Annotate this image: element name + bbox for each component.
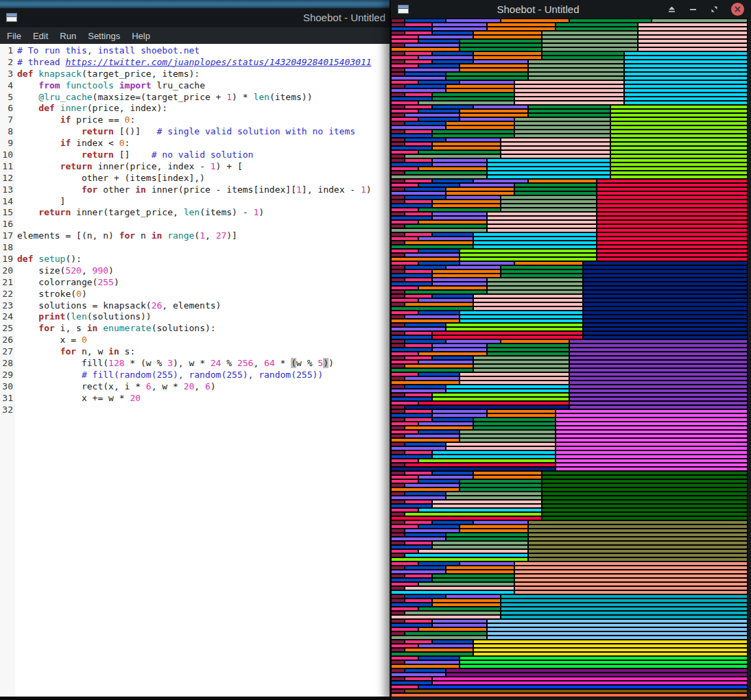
code-token (17, 323, 38, 333)
code-token (17, 184, 82, 195)
code-token: 20 (130, 393, 141, 403)
line-number: 11 (0, 161, 13, 173)
code-token: stroke( (17, 289, 76, 299)
code-token: )] (226, 230, 237, 241)
code-token: 128 (108, 358, 124, 368)
line-number: 22 (0, 289, 13, 300)
window-controls (667, 3, 744, 16)
code-token: , elements) (162, 300, 221, 311)
code-token (17, 80, 38, 90)
editor-titlebar[interactable]: Shoebot - Untitled (0, 8, 390, 27)
line-number: 6 (0, 103, 13, 114)
code-token: lru_cache (152, 80, 205, 90)
minimize-button[interactable] (689, 5, 698, 14)
menu-item-settings[interactable]: Settings (88, 31, 120, 41)
output-titlebar[interactable]: Shoebot - Untitled (391, 0, 751, 19)
maximize-button[interactable] (710, 5, 719, 14)
code-line: # fill(random(255), random(255), random(… (17, 370, 372, 381)
code-token: (solutions)) (87, 311, 152, 322)
code-token: rect(x, i * (17, 381, 146, 391)
code-token: 1 (200, 230, 205, 241)
code-token (17, 103, 38, 113)
line-number: 19 (0, 254, 13, 265)
shoebot-output-canvas (391, 19, 748, 697)
menu-item-edit[interactable]: Edit (33, 31, 48, 41)
code-token: x += w * (17, 393, 130, 403)
code-token: 990 (93, 265, 108, 276)
code-token: ) * (232, 92, 253, 102)
code-token: ], index - (302, 184, 361, 195)
code-token: in (135, 184, 146, 195)
code-line: from functools import lru_cache (17, 80, 372, 92)
menu-item-file[interactable]: File (7, 31, 21, 41)
code-token: price == (71, 114, 124, 125)
code-token: for (60, 346, 76, 357)
code-line: return [] # no valid solution (17, 149, 372, 161)
line-number: 24 (0, 311, 13, 323)
code-token: import (119, 80, 152, 90)
code-token: ), w * (173, 358, 211, 368)
code-token: 5 (318, 358, 323, 368)
shade-button[interactable] (667, 5, 676, 14)
line-number: 32 (0, 405, 13, 416)
code-token (17, 114, 60, 125)
code-token: ) (323, 358, 329, 368)
code-line: stroke(0) (17, 289, 372, 300)
code-token (17, 346, 60, 357)
menu-item-run[interactable]: Run (60, 31, 76, 41)
line-number: 13 (0, 184, 13, 196)
code-token: other + (items[index],) (17, 173, 205, 183)
code-line: @lru_cache(maxsize=(target_price + 1) * … (17, 92, 372, 104)
code-token: 20 (184, 381, 195, 391)
line-number: 16 (0, 219, 13, 230)
code-line: colorrange(255) (17, 277, 372, 289)
close-icon (734, 5, 741, 13)
close-button[interactable] (731, 3, 744, 16)
code-token: * (275, 358, 291, 368)
code-editor[interactable]: 1234567891011121314151617181920212223242… (0, 44, 390, 697)
output-window-title: Shoebot - Untitled (409, 3, 667, 15)
line-number: 23 (0, 300, 13, 312)
code-token (17, 149, 82, 160)
line-number: 25 (0, 323, 13, 335)
code-token: 1 (361, 184, 366, 195)
code-line: if index < 0: (17, 138, 372, 149)
code-line: def setup(): (17, 254, 372, 265)
code-line: x = 0 (17, 335, 372, 346)
line-number: 18 (0, 242, 13, 254)
code-token: ) (114, 277, 119, 287)
code-token: colorrange( (17, 277, 97, 287)
code-line: x += w * 20 (17, 393, 372, 405)
code-token: solutions = knapsack( (17, 300, 152, 311)
code-token: def (17, 69, 33, 79)
line-number: 8 (0, 126, 13, 138)
line-number: 15 (0, 207, 13, 219)
code-token: return (82, 126, 114, 136)
line-number: 20 (0, 265, 13, 277)
line-number: 12 (0, 173, 13, 184)
code-token (17, 311, 38, 322)
code-token: , (194, 381, 205, 391)
code-token: from (38, 80, 60, 90)
code-token: 24 (211, 358, 222, 368)
code-token: 6 (205, 381, 211, 391)
code-token: ] (17, 196, 65, 206)
menu-item-help[interactable]: Help (132, 31, 150, 41)
code-token: (): (65, 254, 81, 264)
code-token: 0 (76, 289, 82, 299)
code-token: def (17, 254, 33, 264)
code-token: @lru_cache (38, 92, 92, 102)
code-token: fill( (17, 358, 108, 368)
code-line: size(520, 990) (17, 265, 372, 277)
code-token: len (184, 207, 200, 217)
code-text[interactable]: # To run this, install shoebot.net# thre… (15, 44, 372, 697)
line-number: 21 (0, 277, 13, 289)
code-token: 27 (216, 230, 227, 241)
code-line: if price == 0: (17, 114, 372, 126)
code-token: other (97, 184, 135, 195)
line-number: 28 (0, 358, 13, 370)
line-number: 14 (0, 196, 13, 208)
code-line: fill(128 * (w % 3), w * 24 % 256, 64 * (… (17, 358, 372, 370)
code-line: solutions = knapsack(26, elements) (17, 300, 372, 312)
code-line: for n, w in s: (17, 346, 372, 358)
